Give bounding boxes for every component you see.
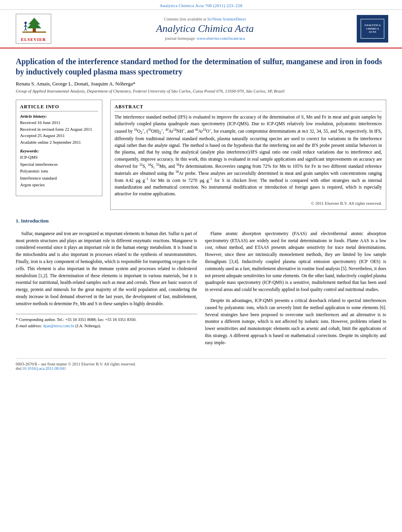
journal-reference-bar: Analytica Chimica Acta 706 (2011) 223–22…	[0, 0, 402, 10]
section-number: 1.	[16, 218, 20, 224]
intro-para-3: Despite its advantages, ICP-QMS presents…	[205, 297, 387, 347]
svg-point-4	[24, 22, 27, 24]
issn-line: 0003-2670/$ – see front matter © 2011 El…	[16, 362, 386, 366]
article-info-column: ARTICLE INFO Article history: Received 1…	[16, 100, 102, 210]
svg-line-9	[26, 28, 27, 31]
intro-para-1: Sulfur, manganese and iron are recognize…	[16, 230, 197, 308]
journal-logo-inner: ANALYTICACHIMICAACTA	[361, 19, 384, 39]
article-info-abstract-section: ARTICLE INFO Article history: Received 1…	[16, 100, 386, 210]
authors: Renata S. Amais, George L. Donati, Joaqu…	[16, 81, 386, 87]
accepted-date: Accepted 25 August 2011	[20, 132, 98, 139]
sciverse-line: Contents lists available at SciVerse Sci…	[63, 17, 347, 21]
keywords-list: ICP-QMS Spectral interferences Polyatomi…	[20, 154, 98, 189]
footnote-corresponding: * Corresponding author. Tel.: +55 16 335…	[16, 317, 197, 323]
section-title-text: Introduction	[21, 218, 49, 224]
elsevier-logo-box: ELSEVIER	[16, 14, 51, 44]
copyright: © 2011 Elsevier B.V. All rights reserved…	[115, 201, 382, 206]
intro-para-2: Flame atomic absorption spectrometry (FA…	[205, 230, 387, 293]
journal-header: ELSEVIER Contents lists available at Sci…	[0, 10, 402, 48]
keywords-label: Keywords:	[20, 148, 98, 153]
homepage-link[interactable]: www.elsevier.com/locate/aca	[197, 36, 245, 41]
sciverse-link[interactable]: SciVerse ScienceDirect	[207, 17, 246, 21]
journal-ref-text: Analytica Chimica Acta 706 (2011) 223–22…	[159, 3, 242, 8]
keyword-5: Argon species	[20, 182, 98, 189]
sciverse-prefix: Contents lists available at	[164, 17, 206, 21]
main-content: Application of the interference standard…	[0, 48, 402, 378]
journal-title: Analytica Chimica Acta	[63, 23, 347, 35]
section-1-title: 1. Introduction	[16, 218, 386, 224]
keyword-1: ICP-QMS	[20, 154, 98, 161]
email-suffix: (J.A. Nóbrega).	[75, 324, 101, 328]
doi-link[interactable]: 10.1016/j.aca.2011.08.041	[22, 366, 66, 371]
elsevier-logo-area: ELSEVIER	[12, 14, 55, 44]
body-two-col: Sulfur, manganese and iron are recognize…	[16, 230, 386, 350]
article-info-header: ARTICLE INFO	[20, 104, 98, 111]
footnote-email: E-mail address: djan@terra.com.br (J.A. …	[16, 323, 197, 330]
elsevier-tree-graphic	[19, 16, 50, 35]
revised-date: Received in revised form 22 August 2011	[20, 126, 98, 133]
elsevier-wordmark: ELSEVIER	[19, 37, 48, 42]
journal-homepage: journal homepage: www.elsevier.com/locat…	[63, 36, 347, 41]
article-title: Application of the interference standard…	[16, 56, 386, 77]
abstract-box: ABSTRACT The interference standard metho…	[110, 100, 386, 210]
body-right-col: Flame atomic absorption spectrometry (FA…	[205, 230, 387, 350]
keyword-2: Spectral interferences	[20, 161, 98, 168]
article-history: Article history: Received 16 June 2011 R…	[20, 114, 98, 145]
abstract-column: ABSTRACT The interference standard metho…	[110, 100, 386, 210]
article-info-box: ARTICLE INFO Article history: Received 1…	[16, 100, 102, 196]
keyword-4: Interference standard	[20, 175, 98, 182]
journal-logo-text: ANALYTICACHIMICAACTA	[364, 24, 381, 33]
body-section-1: 1. Introduction Sulfur, manganese and ir…	[16, 218, 386, 350]
abstract-header: ABSTRACT	[115, 104, 382, 111]
doi-line: doi:10.1016/j.aca.2011.08.041	[16, 366, 386, 371]
email-link[interactable]: djan@terra.com.br	[43, 324, 74, 328]
affiliation: Group of Applied Instrumental Analysis, …	[16, 89, 386, 93]
journal-logo-box: ANALYTICACHIMICAACTA	[357, 15, 388, 43]
footnote-area: * Corresponding author. Tel.: +55 16 335…	[16, 314, 197, 330]
journal-logo-area: ANALYTICACHIMICAACTA	[355, 14, 390, 44]
bottom-info: 0003-2670/$ – see front matter © 2011 El…	[16, 358, 386, 371]
homepage-prefix: journal homepage:	[165, 36, 196, 41]
email-prefix: E-mail address:	[16, 324, 43, 328]
svg-line-8	[24, 28, 26, 31]
available-date: Available online 2 September 2011	[20, 139, 98, 146]
keyword-3: Polyatomic ions	[20, 168, 98, 175]
journal-header-center: Contents lists available at SciVerse Sci…	[55, 14, 355, 44]
history-label: Article history:	[20, 114, 98, 119]
received-date: Received 16 June 2011	[20, 119, 98, 126]
body-left-col: Sulfur, manganese and iron are recognize…	[16, 230, 197, 350]
abstract-text: The interference standard method (IFS) i…	[115, 114, 382, 198]
keywords-section: Keywords: ICP-QMS Spectral interferences…	[20, 148, 98, 189]
